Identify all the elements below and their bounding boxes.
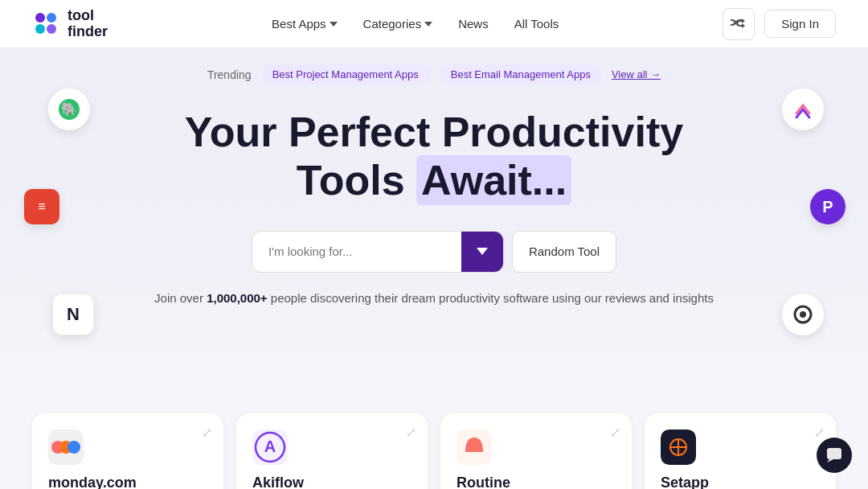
chevron-down-icon [424,22,432,27]
svg-point-1 [47,13,56,23]
card-logo [48,429,84,465]
external-link-icon: ⤢ [202,425,212,440]
nav-news[interactable]: News [458,17,489,31]
svg-point-11 [68,441,80,454]
svg-rect-17 [827,448,841,459]
trending-tag-pm[interactable]: Best Project Management Apps [261,64,430,84]
logo-text: tool finder [68,8,108,40]
tool-card[interactable]: ⤢ Setapp Tool Subscription Service [645,413,836,489]
chat-bubble[interactable] [817,438,852,473]
tool-card[interactable]: ⤢ monday.com All Round for Teams [32,413,223,489]
card-logo [661,429,696,465]
svg-point-3 [47,24,56,34]
floating-notion-icon: N [52,294,94,335]
chevron-down-icon [330,22,338,27]
svg-point-2 [35,24,45,34]
search-input[interactable] [252,244,461,258]
logo-icon [32,10,61,39]
dropdown-arrow-icon [477,248,488,255]
card-logo: A [252,429,288,465]
svg-text:A: A [264,438,276,455]
hero-section: Trending Best Project Management Apps Be… [0,48,868,394]
tool-card[interactable]: ⤢ A Akiflow Tasks & Calendar [236,413,428,489]
tool-card[interactable]: ⤢ Routine Daily Planner App [440,413,632,489]
trending-label: Trending [207,68,252,81]
search-container: Random Tool [32,231,836,273]
external-link-icon: ⤢ [610,425,620,440]
shuffle-button[interactable] [723,8,755,40]
svg-marker-18 [827,459,833,462]
chat-icon [825,446,843,464]
search-dropdown-button[interactable] [461,231,503,273]
search-box [252,231,504,273]
card-name: Setapp [661,475,820,489]
signin-button[interactable]: Sign In [764,10,836,38]
card-name: Akiflow [252,475,411,489]
random-tool-button[interactable]: Random Tool [512,231,616,273]
floating-circle-icon [782,294,824,335]
svg-point-8 [800,311,806,318]
logo[interactable]: tool finder [32,8,108,40]
nav-best-apps[interactable]: Best Apps [272,17,338,31]
nav-links: Best Apps Categories News All Tools [272,17,559,31]
nav-categories[interactable]: Categories [363,17,433,31]
card-logo [457,429,492,465]
trending-tag-email[interactable]: Best Email Management Apps [440,64,602,84]
card-name: monday.com [48,475,207,489]
featured-tools-section: ⤢ monday.com All Round for Teams ⤢ A Aki… [0,394,868,489]
nav-all-tools[interactable]: All Tools [514,17,559,31]
hero-subtext: Join over 1,000,000+ people discovering … [32,289,836,308]
external-link-icon: ⤢ [406,425,416,440]
external-link-icon: ⤢ [814,425,825,440]
hero-title: Your Perfect Productivity Tools Await... [32,109,836,205]
nav-right: Sign In [723,8,836,40]
shuffle-icon [731,18,747,30]
svg-point-0 [35,13,45,23]
navbar: tool finder Best Apps Categories News Al… [0,0,868,48]
view-all-link[interactable]: View all → [612,68,661,80]
card-name: Routine [457,475,616,489]
trending-bar: Trending Best Project Management Apps Be… [32,64,836,84]
